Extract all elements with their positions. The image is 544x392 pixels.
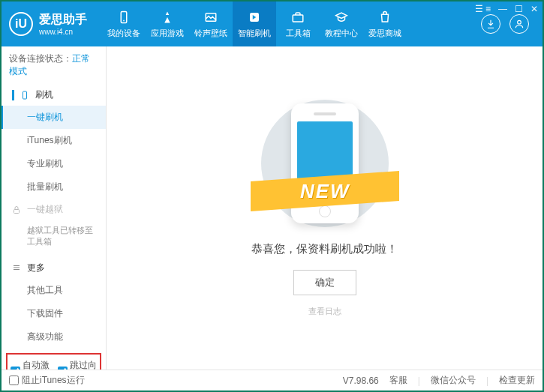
store-icon [377,10,392,25]
nav-my-device[interactable]: 我的设备 [102,1,146,46]
body: 设备连接状态：正常模式 刷机 一键刷机 iTunes刷机 专业刷机 批量刷机 一… [2,46,542,370]
sidebar-item-pro[interactable]: 专业刷机 [2,152,106,175]
nav-tutorials[interactable]: 教程中心 [320,1,363,46]
titlebar-actions [481,14,529,34]
sidebar-item-batch[interactable]: 批量刷机 [2,175,106,199]
svg-rect-7 [14,209,20,213]
app-title: 爱思助手 [39,12,87,28]
close-button[interactable]: ✕ [530,4,538,14]
titlebar: iU 爱思助手 www.i4.cn 我的设备 应用游戏 铃声壁纸 智能刷机 [2,1,542,46]
support-link[interactable]: 客服 [389,374,407,387]
view-log-link[interactable]: 查看日志 [308,306,341,317]
version-label: V7.98.66 [343,376,379,386]
sidebar-item-itunes[interactable]: iTunes刷机 [2,129,106,152]
tutorial-icon [334,10,349,25]
sidebar-item-oneclick[interactable]: 一键刷机 [2,106,106,129]
success-message: 恭喜您，保资料刷机成功啦！ [251,242,398,256]
maximize-button[interactable]: ☐ [515,4,523,14]
logo-icon: iU [9,12,33,36]
phone-icon [116,10,131,25]
update-link[interactable]: 检查更新 [499,374,535,387]
download-button[interactable] [481,14,500,34]
minimize-button[interactable]: — [498,4,507,14]
sidebar-section-jailbreak: 一键越狱 [2,199,106,220]
flash-icon [247,10,262,25]
nav-ringtones[interactable]: 铃声壁纸 [189,1,233,46]
sidebar-section-more[interactable]: 更多 [2,257,106,279]
checkbox-auto-activate[interactable]: 自动激活 [11,359,50,370]
main-content: NEW 恭喜您，保资料刷机成功啦！ 确定 查看日志 [107,46,542,370]
nav-store[interactable]: 爱思商城 [363,1,407,46]
success-illustration: NEW [269,100,381,227]
window-controls: ☰ ≡ — ☐ ✕ [475,4,538,14]
sidebar-item-other[interactable]: 其他工具 [2,279,106,302]
checkbox-highlight: 自动激活 跳过向导 [6,353,101,370]
toolbox-icon [290,10,305,25]
nav-flash[interactable]: 智能刷机 [233,1,276,46]
logo: iU 爱思助手 www.i4.cn [9,12,87,36]
checkbox-block-itunes[interactable]: 阻止iTunes运行 [9,374,85,387]
main-nav: 我的设备 应用游戏 铃声壁纸 智能刷机 工具箱 教程中心 [102,1,481,46]
sidebar-section-flash[interactable]: 刷机 [2,84,106,106]
jailbreak-note: 越狱工具已转移至工具箱 [2,220,106,253]
sidebar: 设备连接状态：正常模式 刷机 一键刷机 iTunes刷机 专业刷机 批量刷机 一… [2,46,107,370]
svg-point-5 [518,20,521,24]
user-button[interactable] [509,14,529,34]
apps-icon [160,10,175,25]
menu-icon[interactable]: ☰ ≡ [475,4,491,14]
menu-icon [12,263,21,272]
checkbox-skip-guide[interactable]: 跳过向导 [58,359,98,370]
svg-rect-4 [293,15,303,22]
sidebar-item-firmware[interactable]: 下载固件 [2,302,106,325]
nav-toolbox[interactable]: 工具箱 [276,1,320,46]
lock-icon [12,205,21,214]
wechat-link[interactable]: 微信公众号 [431,374,476,387]
nav-apps[interactable]: 应用游戏 [146,1,189,46]
svg-rect-6 [23,91,27,99]
sidebar-item-advanced[interactable]: 高级功能 [2,325,106,349]
app-url: www.i4.cn [39,28,87,36]
wallpaper-icon [203,10,218,25]
footer: 阻止iTunes运行 V7.98.66 客服| 微信公众号| 检查更新 [2,370,542,391]
ok-button[interactable]: 确定 [293,270,356,295]
phone-icon [20,91,29,100]
app-window: ☰ ≡ — ☐ ✕ iU 爱思助手 www.i4.cn 我的设备 应用游戏 铃声… [0,0,544,392]
connection-status: 设备连接状态：正常模式 [2,46,106,84]
